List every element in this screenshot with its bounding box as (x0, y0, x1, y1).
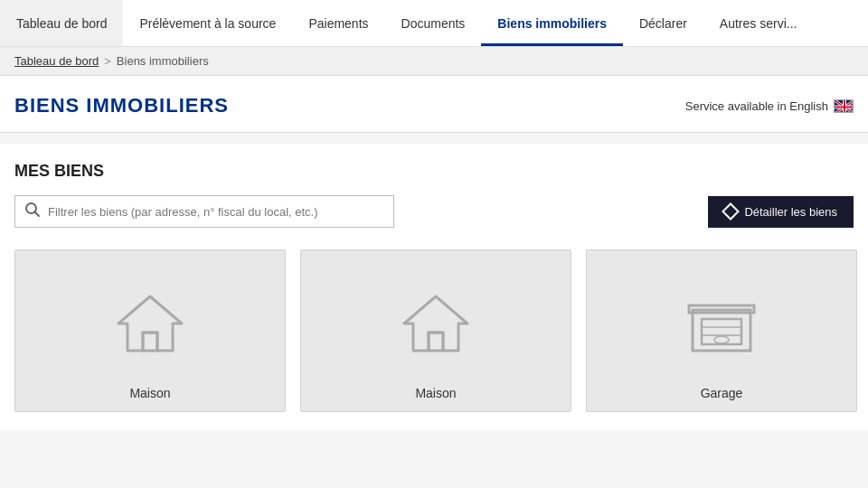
breadcrumb-separator: > (104, 54, 111, 68)
page-header: BIENS IMMOBILIERS Service available in E… (0, 76, 868, 133)
mes-biens-title: MES BIENS (14, 162, 854, 181)
card-label-2: Maison (415, 379, 456, 400)
english-service-label: Service available in English (685, 99, 828, 113)
svg-rect-14 (429, 333, 443, 351)
detailler-label: Détailler les biens (744, 205, 837, 219)
svg-marker-11 (118, 296, 182, 351)
filter-input-wrap (14, 195, 394, 228)
house-icon-1 (114, 292, 186, 355)
svg-rect-12 (143, 333, 157, 351)
page-title: BIENS IMMOBILIERS (14, 94, 229, 117)
property-card-2[interactable]: Maison (300, 249, 571, 412)
english-service[interactable]: Service available in English (685, 99, 854, 113)
card-label-1: Maison (129, 379, 170, 400)
card-icon-area-3 (685, 250, 758, 379)
property-card-1[interactable]: Maison (14, 249, 286, 412)
filter-row: Détailler les biens (14, 195, 854, 228)
breadcrumb-current: Biens immobiliers (117, 54, 209, 68)
property-cards-row: Maison Maison (14, 249, 854, 412)
nav-item-tableau-de-bord[interactable]: Tableau de bord (0, 0, 123, 46)
detailler-button[interactable]: Détailler les biens (708, 196, 854, 228)
card-label-3: Garage (701, 379, 743, 400)
breadcrumb: Tableau de bord > Biens immobiliers (0, 47, 868, 76)
nav-item-paiements[interactable]: Paiements (292, 0, 384, 46)
nav-item-prelevement[interactable]: Prélèvement à la source (123, 0, 292, 46)
svg-marker-13 (404, 296, 467, 351)
svg-rect-17 (702, 319, 741, 344)
uk-flag-icon (834, 99, 854, 113)
nav-item-documents[interactable]: Documents (385, 0, 482, 46)
svg-line-10 (35, 212, 40, 217)
top-nav: Tableau de bord Prélèvement à la source … (0, 0, 868, 47)
house-icon-2 (400, 292, 472, 355)
mes-biens-section: MES BIENS Détailler les biens (0, 144, 868, 430)
card-icon-area-1 (114, 250, 186, 379)
nav-item-autres-services[interactable]: Autres servi... (703, 0, 814, 46)
diamond-icon (722, 202, 740, 221)
nav-item-declarer[interactable]: Déclarer (623, 0, 703, 46)
nav-item-biens-immobiliers[interactable]: Biens immobiliers (481, 0, 623, 46)
svg-point-20 (714, 336, 729, 343)
filter-input[interactable] (48, 205, 384, 219)
property-card-3[interactable]: Garage (586, 249, 857, 412)
breadcrumb-home-link[interactable]: Tableau de bord (14, 54, 99, 68)
card-icon-area-2 (400, 250, 472, 379)
search-icon (24, 202, 41, 221)
svg-rect-8 (835, 106, 854, 108)
garage-icon (685, 292, 758, 355)
